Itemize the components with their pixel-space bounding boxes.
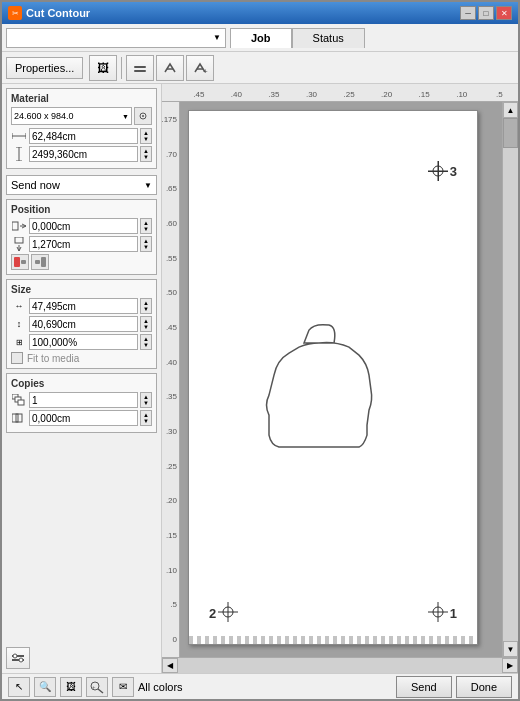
copies-count-icon	[11, 393, 27, 407]
media-border	[189, 636, 477, 644]
copies-count-input[interactable]: 1	[29, 392, 138, 408]
pos-x-icon	[11, 219, 27, 233]
scroll-track-v[interactable]	[503, 118, 518, 641]
registration-mark-2: 2	[209, 602, 238, 624]
svg-rect-13	[12, 222, 18, 230]
reg-number-3: 3	[450, 164, 457, 179]
svg-text:+: +	[203, 67, 208, 76]
add-tool-button[interactable]: +	[186, 55, 214, 81]
tab-status[interactable]: Status	[292, 28, 365, 48]
close-button[interactable]: ✕	[496, 6, 512, 20]
position-y-input[interactable]: 1,270cm	[29, 236, 138, 252]
maximize-button[interactable]: □	[478, 6, 494, 20]
fit-to-media-checkbox[interactable]	[11, 352, 23, 364]
horizontal-scrollbar[interactable]: ◀ ▶	[162, 657, 518, 673]
status-bar: ↖ 🔍 🖼 + ✉ All colors Send Done	[2, 673, 518, 699]
cut-tool-button[interactable]	[126, 55, 154, 81]
svg-rect-29	[16, 414, 22, 422]
ruler-mark: .30	[293, 90, 331, 99]
pen-tool-button[interactable]	[156, 55, 184, 81]
scroll-up-button[interactable]: ▲	[503, 102, 518, 118]
title-bar: ✂ Cut Contour ─ □ ✕	[2, 2, 518, 24]
fit-to-media-label: Fit to media	[27, 353, 79, 364]
position-x-input[interactable]: 0,000cm	[29, 218, 138, 234]
image-tool-button[interactable]: 🖼	[89, 55, 117, 81]
send-section: Send now ▼	[6, 175, 157, 195]
done-button[interactable]: Done	[456, 676, 512, 698]
material-width-input[interactable]: 62,484cm	[29, 128, 138, 144]
copies-offset-spinner[interactable]: ▲ ▼	[140, 410, 152, 426]
scroll-right-button[interactable]: ▶	[502, 658, 518, 673]
ruler-left: .175 .70 .65 .60 .55 .50 .45 .40 .35 .30…	[162, 102, 180, 657]
main-window: ✂ Cut Contour ─ □ ✕ ▼ Job Status Propert…	[0, 0, 520, 701]
align-left-button[interactable]	[11, 254, 29, 270]
bottom-tool-area	[6, 643, 157, 669]
svg-point-6	[142, 115, 144, 117]
scroll-track-h[interactable]	[178, 658, 502, 673]
svg-rect-22	[21, 260, 26, 264]
scale-spinner[interactable]: ▲ ▼	[140, 334, 152, 350]
pen-icon	[162, 60, 178, 76]
send-dropdown-arrow: ▼	[144, 181, 152, 190]
material-width-spinner[interactable]: ▲ ▼	[140, 128, 152, 144]
scroll-down-button[interactable]: ▼	[503, 641, 518, 657]
size-height-input[interactable]: 40,690cm	[29, 316, 138, 332]
size-height-spinner[interactable]: ▲ ▼	[140, 316, 152, 332]
zoom-percent-button[interactable]: +	[86, 677, 108, 697]
toolbar: Properties... 🖼 +	[2, 52, 518, 84]
size-label: Size	[11, 284, 152, 295]
properties-button[interactable]: Properties...	[6, 57, 83, 79]
ruler-top: .45 .40 .35 .30 .25 .20 .15 .10 .5	[162, 84, 518, 102]
align-right-button[interactable]	[31, 254, 49, 270]
cursor-tool-button[interactable]: ↖	[8, 677, 30, 697]
reg-number-1: 1	[450, 606, 457, 621]
job-dropdown[interactable]: ▼	[6, 28, 226, 48]
app-icon: ✂	[8, 6, 22, 20]
bottom-settings-icon	[11, 651, 25, 665]
svg-rect-17	[15, 237, 23, 243]
height-icon	[11, 147, 27, 161]
ruler-mark: .10	[443, 90, 481, 99]
settings-icon	[138, 111, 148, 121]
ruler-mark: .25	[330, 90, 368, 99]
material-size-dropdown[interactable]: 24.600 x 984.0 ▼	[11, 107, 132, 125]
width-icon	[11, 129, 27, 143]
svg-point-33	[19, 658, 23, 662]
canvas-paper: 3 1	[188, 110, 478, 645]
menu-bar: ▼ Job Status	[2, 24, 518, 52]
material-settings-button[interactable]	[134, 107, 152, 125]
scale-input[interactable]: 100,000%	[29, 334, 138, 350]
copies-offset-input[interactable]: 0,000cm	[29, 410, 138, 426]
zoom-in-button[interactable]: 🔍	[34, 677, 56, 697]
material-height-spinner[interactable]: ▲ ▼	[140, 146, 152, 162]
position-align-buttons	[11, 254, 152, 270]
scroll-thumb-v[interactable]	[503, 118, 518, 148]
material-dropdown-arrow: ▼	[122, 113, 129, 120]
registration-mark-3: 3	[428, 161, 457, 181]
bottom-settings-button[interactable]	[6, 647, 30, 669]
minimize-button[interactable]: ─	[460, 6, 476, 20]
contour-shape	[249, 305, 389, 467]
position-x-spinner[interactable]: ▲ ▼	[140, 218, 152, 234]
material-label: Material	[11, 93, 152, 104]
ruler-mark: .15	[405, 90, 443, 99]
fit-to-media-row: Fit to media	[11, 352, 152, 364]
send-button[interactable]: Send	[396, 676, 452, 698]
size-height-icon: ↕	[11, 317, 27, 331]
vertical-scrollbar[interactable]: ▲ ▼	[502, 102, 518, 657]
image-view-button[interactable]: 🖼	[60, 677, 82, 697]
scale-icon: ⊞	[11, 335, 27, 349]
size-width-spinner[interactable]: ▲ ▼	[140, 298, 152, 314]
dropdown-value	[11, 32, 14, 44]
size-width-input[interactable]: 47,495cm	[29, 298, 138, 314]
send-mode-dropdown[interactable]: Send now ▼	[6, 175, 157, 195]
tab-job[interactable]: Job	[230, 28, 292, 48]
copies-count-spinner[interactable]: ▲ ▼	[140, 392, 152, 408]
svg-rect-23	[35, 260, 40, 264]
svg-rect-1	[134, 70, 146, 72]
svg-rect-27	[18, 400, 24, 405]
scroll-left-button[interactable]: ◀	[162, 658, 178, 673]
material-height-input[interactable]: 2499,360cm	[29, 146, 138, 162]
position-y-spinner[interactable]: ▲ ▼	[140, 236, 152, 252]
email-button[interactable]: ✉	[112, 677, 134, 697]
